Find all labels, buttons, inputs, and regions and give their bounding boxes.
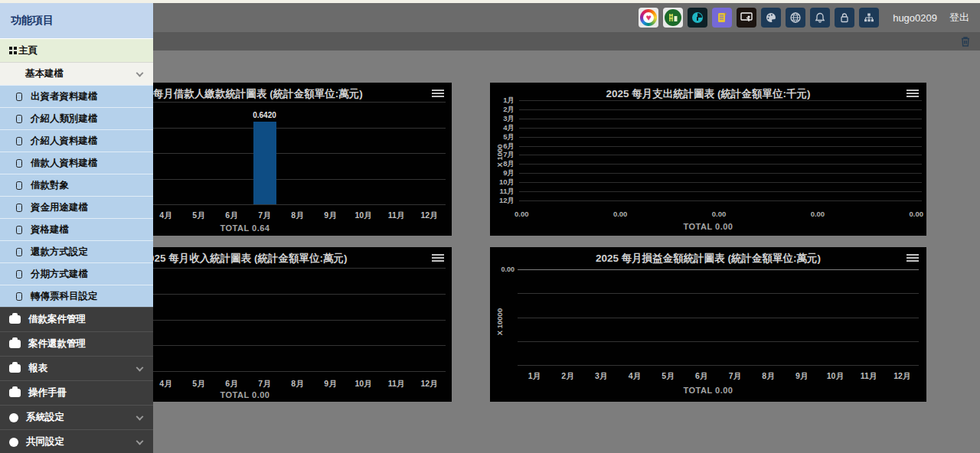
scroll-icon[interactable] — [712, 8, 732, 28]
sidebar-section[interactable]: 報表 — [0, 356, 153, 380]
sidebar-group-label: 基本建檔 — [25, 67, 64, 80]
month-label: 10月 — [347, 379, 380, 389]
month-label: 12月 — [885, 371, 919, 382]
bell-icon[interactable] — [810, 8, 830, 28]
x-tick-label: 0.00 — [811, 210, 825, 218]
sidebar-subitem[interactable]: 借款人資料建檔 — [0, 152, 153, 174]
chevron-down-icon — [136, 437, 144, 445]
sidebar-section[interactable]: 共同設定 — [0, 429, 153, 453]
box-outline-icon — [16, 204, 22, 212]
chart-menu-icon[interactable] — [432, 254, 444, 263]
chevron-down-icon — [136, 69, 144, 77]
month-label: 11月 — [380, 379, 413, 389]
box-outline-icon — [16, 137, 22, 145]
month-label: 12月 — [413, 210, 446, 221]
sitemap-icon[interactable] — [859, 8, 879, 28]
gridline — [519, 191, 922, 192]
month-row: 12月 — [495, 197, 922, 204]
x-tick-label: 0.00 — [613, 210, 628, 218]
box-outline-icon — [16, 159, 22, 168]
sidebar-section[interactable]: 操作手冊 — [0, 380, 153, 405]
logout-button[interactable]: 登出 — [949, 11, 969, 24]
sidebar-section[interactable]: 借款案件管理 — [0, 307, 153, 331]
month-row: 7月 — [495, 152, 922, 158]
month-label: 9月 — [314, 379, 347, 389]
chart-title: 2025 每月損益金額統計圖表 (統計金額單位:萬元) — [490, 252, 926, 266]
briefcase-icon — [9, 364, 21, 373]
month-label: 3月 — [584, 371, 618, 382]
sidebar-section-list: 借款案件管理案件還款管理報表操作手冊系統設定共同設定 — [0, 307, 153, 453]
gridline — [519, 146, 922, 147]
sidebar-subitem[interactable]: 分期方式建檔 — [0, 262, 153, 285]
month-label: 4月 — [618, 371, 652, 382]
gridline — [519, 200, 922, 201]
sidebar-subitem[interactable]: 資格建檔 — [0, 218, 153, 240]
presentation-icon[interactable] — [737, 8, 756, 28]
month-label: 6月 — [684, 371, 718, 382]
x-tick-label: 0.00 — [514, 210, 529, 218]
gridline — [519, 155, 922, 155]
month-row: 9月 — [495, 170, 922, 177]
sidebar-subitem[interactable]: 資金用途建檔 — [0, 196, 153, 218]
sphere-icon — [9, 438, 18, 447]
globe-icon[interactable] — [786, 8, 805, 28]
sidebar-item-label: 主頁 — [18, 44, 38, 57]
gridline — [519, 128, 922, 129]
sidebar-subitem-list: 出資者資料建檔介紹人類別建檔介紹人資料建檔借款人資料建檔借款對象資金用途建檔資格… — [0, 85, 153, 307]
sidebar-subitem[interactable]: 還款方式設定 — [0, 240, 153, 262]
x-axis-ticks: 0.000.000.000.000.00 — [514, 210, 923, 218]
sidebar-subitem[interactable]: 介紹人類別建檔 — [0, 107, 153, 129]
gridline — [518, 293, 919, 294]
palette-icon[interactable] — [761, 8, 781, 28]
sidebar-subitem[interactable]: 出資者資料建檔 — [0, 85, 153, 107]
briefcase-icon — [9, 315, 21, 324]
month-row: 3月 — [495, 116, 922, 122]
month-label: 8月 — [281, 379, 314, 389]
lock-icon[interactable] — [835, 8, 854, 28]
chart-panel-monthly-expenses: 2025 每月支出統計圖表 (統計金額單位:千元) X 1000 1月2月3月4… — [490, 83, 926, 236]
month-label: 6月 — [215, 379, 248, 389]
chart-menu-icon[interactable] — [432, 90, 444, 99]
trash-icon[interactable] — [960, 36, 971, 47]
month-row: 8月 — [495, 161, 922, 168]
charity-wreath-logo[interactable]: ♥ — [639, 8, 658, 28]
month-label: 8月 — [281, 210, 314, 221]
bar-7月[interactable] — [253, 122, 276, 204]
box-outline-icon — [16, 292, 22, 301]
sidebar-item-home[interactable]: 主頁 — [0, 38, 153, 62]
green-org-logo[interactable] — [663, 8, 683, 28]
page-top-strip — [0, 0, 980, 3]
month-label: 12月 — [495, 196, 514, 206]
month-label: 7月 — [718, 371, 752, 382]
box-outline-icon — [16, 270, 22, 279]
gridline — [518, 365, 919, 366]
month-label: 12月 — [413, 379, 446, 389]
gridline — [519, 109, 922, 110]
chart-total: TOTAL 0.00 — [490, 222, 926, 231]
sidebar-subitem[interactable]: 轉傳票科目設定 — [0, 285, 153, 307]
month-row: 5月 — [495, 134, 922, 141]
sidebar-subitem[interactable]: 借款對象 — [0, 174, 153, 196]
clock-teal-icon[interactable] — [688, 8, 707, 28]
sidebar-header: 功能項目 — [0, 3, 153, 38]
sphere-icon — [9, 413, 18, 422]
month-row: 10月 — [495, 179, 922, 186]
chart-panel-monthly-profit-loss: 2025 每月損益金額統計圖表 (統計金額單位:萬元) X 10000 0.00… — [490, 247, 926, 402]
sidebar-group-basic[interactable]: 基本建檔 — [0, 62, 153, 85]
x-tick-label: 0.00 — [910, 210, 924, 218]
briefcase-icon — [9, 340, 21, 348]
username: hugo0209 — [893, 12, 937, 24]
month-label: 7月 — [248, 379, 281, 389]
sidebar-section[interactable]: 系統設定 — [0, 405, 153, 429]
y-axis-label: X 10000 — [495, 304, 504, 341]
chevron-down-icon — [136, 412, 144, 420]
month-row: 11月 — [495, 188, 922, 195]
x-axis-months: 1月2月3月4月5月6月7月8月9月10月11月12月 — [518, 371, 919, 382]
zero-value-line — [518, 269, 919, 270]
box-outline-icon — [16, 248, 22, 256]
chart-menu-icon[interactable] — [906, 254, 919, 263]
briefcase-icon — [9, 389, 21, 397]
month-label: 4月 — [149, 379, 182, 389]
sidebar-subitem[interactable]: 介紹人資料建檔 — [0, 129, 153, 152]
sidebar-section[interactable]: 案件還款管理 — [0, 331, 153, 356]
